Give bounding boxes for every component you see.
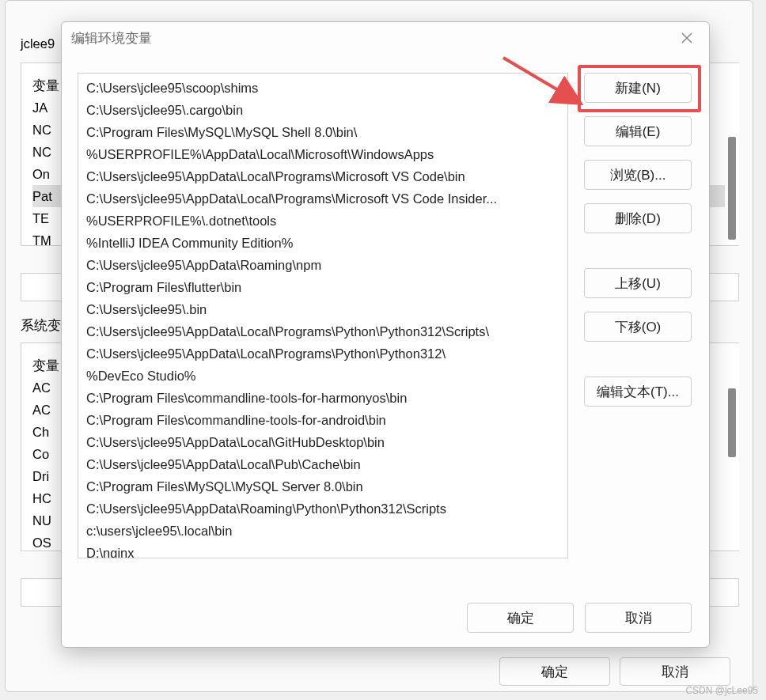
path-item[interactable]: C:\Users\jclee95\.cargo\bin [78,99,567,121]
user-vars-scrollbar-thumb[interactable] [728,137,736,240]
system-vars-label: 系统变 [21,317,61,335]
path-item[interactable]: C:\Program Files\commandline-tools-for-h… [78,387,567,409]
path-item[interactable]: C:\Users\jclee95\AppData\Local\Programs\… [78,320,567,342]
dialog-title: 编辑环境变量 [71,29,152,47]
path-item[interactable]: C:\Program Files\MySQL\MySQL Shell 8.0\b… [78,121,567,143]
path-item[interactable]: C:\Users\jclee95\AppData\Roaming\npm [78,254,567,276]
path-item[interactable]: C:\Program Files\flutter\bin [78,276,567,298]
ok-button[interactable]: 确定 [467,603,574,633]
close-button[interactable] [674,25,700,51]
close-icon [681,32,692,44]
path-item[interactable]: %IntelliJ IDEA Community Edition% [78,232,567,254]
watermark: CSDN @jcLee95 [685,685,758,696]
path-item[interactable]: C:\Users\jclee95\AppData\Local\Programs\… [78,342,567,365]
path-item[interactable]: C:\Users\jclee95\AppData\Local\Programs\… [78,187,567,210]
user-vars-label: jclee9 [21,36,55,51]
path-item[interactable]: C:\Users\jclee95\AppData\Roaming\Python\… [78,498,567,520]
path-item[interactable]: C:\Users\jclee95\AppData\Local\GitHubDes… [78,431,567,453]
system-vars-scrollbar-thumb[interactable] [728,388,736,457]
dialog-titlebar[interactable]: 编辑环境变量 [62,22,709,54]
movedown-button[interactable]: 下移(O) [584,312,692,342]
path-listbox[interactable]: C:\Users\jclee95\scoop\shimsC:\Users\jcl… [78,73,568,558]
path-item[interactable]: C:\Users\jclee95\AppData\Local\Programs\… [78,165,567,187]
parent-cancel-button[interactable]: 取消 [620,657,730,686]
moveup-button[interactable]: 上移(U) [584,268,692,298]
delete-button[interactable]: 删除(D) [584,203,692,233]
path-item[interactable]: C:\Users\jclee95\AppData\Local\Pub\Cache… [78,453,567,475]
edit-env-var-dialog: 编辑环境变量 C:\Users\jclee95\scoop\shimsC:\Us… [61,21,710,648]
edittext-button[interactable]: 编辑文本(T)... [584,376,692,407]
cancel-button[interactable]: 取消 [585,603,692,633]
path-item[interactable]: %USERPROFILE%\.dotnet\tools [78,210,567,232]
path-item[interactable]: c:\users\jclee95\.local\bin [78,520,567,542]
new-button[interactable]: 新建(N) [584,73,692,103]
edit-button[interactable]: 编辑(E) [584,116,692,146]
path-item[interactable]: %DevEco Studio% [78,365,567,387]
path-item[interactable]: C:\Program Files\MySQL\MySQL Server 8.0\… [78,475,567,498]
parent-ok-button[interactable]: 确定 [499,657,610,686]
path-item[interactable]: C:\Users\jclee95\.bin [78,298,567,320]
path-item[interactable]: D:\nginx [78,542,567,558]
browse-button[interactable]: 浏览(B)... [584,160,692,190]
path-item[interactable]: C:\Users\jclee95\scoop\shims [78,77,567,99]
path-item[interactable]: %USERPROFILE%\AppData\Local\Microsoft\Wi… [78,143,567,165]
path-item[interactable]: C:\Program Files\commandline-tools-for-a… [78,409,567,431]
